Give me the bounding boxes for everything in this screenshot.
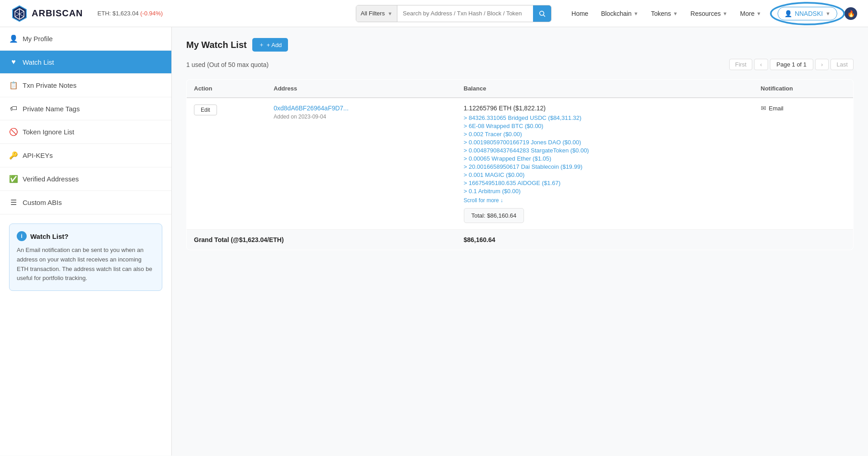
search-bar: All Filters ▼ <box>356 5 552 22</box>
user-chevron-icon: ▼ <box>826 11 830 16</box>
list-icon: ☰ <box>9 198 18 207</box>
col-balance: Balance <box>457 80 754 98</box>
nav-blockchain[interactable]: Blockchain ▼ <box>595 6 644 21</box>
sidebar-item-txn-notes[interactable]: 📋 Txn Private Notes <box>0 74 171 97</box>
pagination: First ‹ Page 1 of 1 › Last <box>729 59 854 70</box>
info-body: An Email notification can be sent to you… <box>17 246 155 283</box>
token-item[interactable]: > 0.00065 Wrapped Ether ($1.05) <box>464 155 746 162</box>
sidebar-item-api-keys[interactable]: 🔑 API-KEYs <box>0 144 171 167</box>
added-date: Added on 2023-09-04 <box>274 114 449 120</box>
token-item[interactable]: > 0.00198059700166719 Jones DAO ($0.00) <box>464 139 746 146</box>
notification-cell: ✉ Email <box>754 98 854 230</box>
main-layout: 👤 My Profile ♥ Watch List 📋 Txn Private … <box>0 27 868 456</box>
col-action: Action <box>187 80 267 98</box>
notification-value: ✉ Email <box>761 104 846 112</box>
token-item[interactable]: > 0.001 MAGIC ($0.00) <box>464 171 746 178</box>
search-input[interactable] <box>397 5 533 22</box>
search-icon <box>538 10 546 17</box>
search-button[interactable] <box>533 5 551 22</box>
token-item[interactable]: > 16675495180.635 AIDOGE ($1.67) <box>464 180 746 186</box>
token-item[interactable]: > 84326.331065 Bridged USDC ($84,311.32) <box>464 114 746 121</box>
col-address: Address <box>266 80 456 98</box>
sidebar: 👤 My Profile ♥ Watch List 📋 Txn Private … <box>0 27 172 456</box>
content-header: My Watch List ＋ + Add <box>186 38 854 52</box>
logo-text: ARBISCAN <box>32 8 83 19</box>
header: ARBISCAN ETH: $1,623.04 (-0.94%) All Fil… <box>0 0 868 27</box>
token-item[interactable]: > 0.002 Tracer ($0.00) <box>464 131 746 138</box>
heart-icon: ♥ <box>9 58 18 66</box>
table-row: Edit 0xd8dA6BF26964aF9D7... Added on 202… <box>187 98 854 230</box>
edit-button[interactable]: Edit <box>194 104 217 115</box>
action-cell: Edit <box>187 98 267 230</box>
tokens-chevron-icon: ▼ <box>673 11 678 16</box>
svg-point-5 <box>540 11 544 15</box>
key-icon: 🔑 <box>9 151 18 160</box>
token-item[interactable]: > 20.0016658950617 Dai Stablecoin ($19.9… <box>464 163 746 170</box>
total-box: Total: $86,160.64 <box>464 208 524 223</box>
quota-bar: 1 used (Out of 50 max quota) First ‹ Pag… <box>186 59 854 70</box>
main-content: My Watch List ＋ + Add 1 used (Out of 50 … <box>172 27 868 456</box>
svg-line-6 <box>543 15 545 17</box>
grand-total-row: Grand Total (@$1,623.04/ETH) $86,160.64 <box>187 230 854 250</box>
prev-page-button[interactable]: ‹ <box>754 59 768 70</box>
table-header-row: Action Address Balance Notification <box>187 80 854 98</box>
nav-tokens[interactable]: Tokens ▼ <box>646 6 683 21</box>
nav-resources[interactable]: Resources ▼ <box>685 6 733 21</box>
balance-main: 1.12265796 ETH ($1,822.12) <box>464 104 746 112</box>
logo-icon <box>11 5 28 22</box>
sidebar-item-token-ignore[interactable]: 🚫 Token Ignore List <box>0 120 171 144</box>
profile-icon: 👤 <box>9 34 18 43</box>
resources-chevron-icon: ▼ <box>722 11 727 16</box>
info-icon: i <box>17 231 27 241</box>
balance-cell: 1.12265796 ETH ($1,822.12) > 84326.33106… <box>457 98 754 230</box>
email-icon: ✉ <box>761 104 766 112</box>
nav-more[interactable]: More ▼ <box>735 6 767 21</box>
main-nav: Home Blockchain ▼ Tokens ▼ Resources ▼ M… <box>566 6 767 21</box>
scroll-more[interactable]: Scroll for more ↓ <box>464 197 746 204</box>
next-page-button[interactable]: › <box>815 59 829 70</box>
address-cell: 0xd8dA6BF26964aF9D7... Added on 2023-09-… <box>266 98 456 230</box>
plus-icon: ＋ <box>259 41 264 49</box>
notes-icon: 📋 <box>9 81 18 90</box>
sidebar-item-watch-list[interactable]: ♥ Watch List <box>0 51 171 74</box>
last-page-button[interactable]: Last <box>830 59 854 70</box>
eth-price: ETH: $1,623.04 (-0.94%) <box>98 10 163 17</box>
nav-home[interactable]: Home <box>566 6 594 21</box>
filter-dropdown[interactable]: All Filters ▼ <box>356 5 397 22</box>
grand-total-label: Grand Total (@$1,623.04/ETH) <box>187 230 457 250</box>
token-item[interactable]: > 6E-08 Wrapped BTC ($0.00) <box>464 123 746 129</box>
page-title: My Watch List <box>186 40 247 50</box>
info-title: i Watch List? <box>17 231 155 241</box>
quota-text: 1 used (Out of 50 max quota) <box>186 61 269 68</box>
sidebar-info-box: i Watch List? An Email notification can … <box>9 223 162 291</box>
flame-badge[interactable]: 🔥 <box>844 7 857 20</box>
sidebar-item-private-tags[interactable]: 🏷 Private Name Tags <box>0 97 171 120</box>
col-notification: Notification <box>754 80 854 98</box>
sidebar-item-custom-abis[interactable]: ☰ Custom ABIs <box>0 191 171 214</box>
add-button[interactable]: ＋ + Add <box>252 38 288 52</box>
sidebar-item-verified[interactable]: ✅ Verified Addresses <box>0 167 171 191</box>
verified-icon: ✅ <box>9 175 18 183</box>
page-info: Page 1 of 1 <box>770 59 814 70</box>
address-link[interactable]: 0xd8dA6BF26964aF9D7... <box>274 104 349 112</box>
filter-chevron-icon: ▼ <box>387 11 392 16</box>
first-page-button[interactable]: First <box>729 59 752 70</box>
ignore-icon: 🚫 <box>9 128 18 136</box>
grand-total-value: $86,160.64 <box>457 230 754 250</box>
logo: ARBISCAN <box>11 5 83 22</box>
watch-table: Action Address Balance Notification Edit… <box>186 79 854 250</box>
sidebar-item-my-profile[interactable]: 👤 My Profile <box>0 27 171 51</box>
more-chevron-icon: ▼ <box>756 11 761 16</box>
user-icon: 👤 <box>784 10 792 17</box>
token-item[interactable]: > 0.1 Arbitrum ($0.00) <box>464 188 746 195</box>
blockchain-chevron-icon: ▼ <box>633 11 638 16</box>
user-button[interactable]: 👤 NNADSKI ▼ <box>778 7 837 20</box>
token-item[interactable]: > 0.00487908437644283 StargateToken ($0.… <box>464 147 746 154</box>
tag-icon: 🏷 <box>9 104 18 113</box>
